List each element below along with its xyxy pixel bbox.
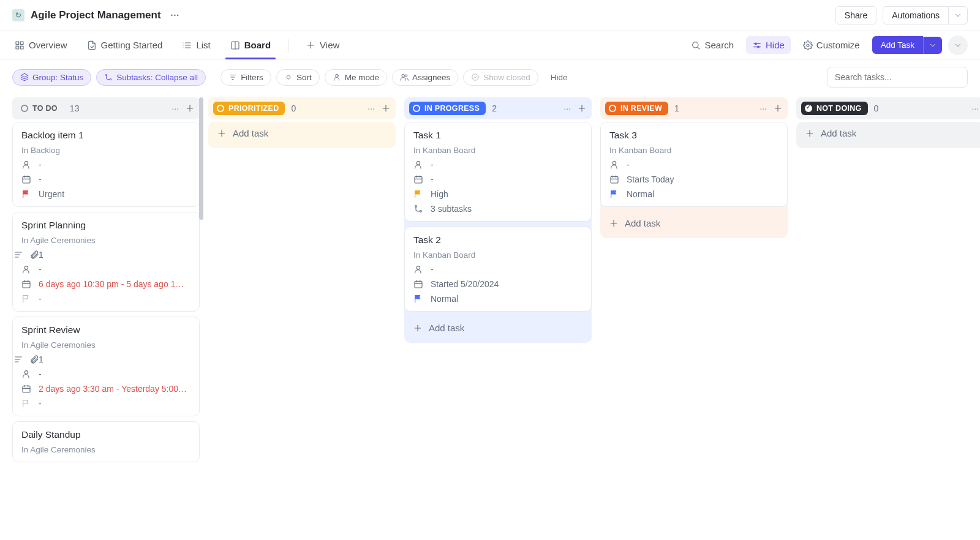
column-more-icon[interactable]: ··· bbox=[172, 103, 179, 113]
task-card[interactable]: Sprint PlanningIn Agile Ceremonies1-6 da… bbox=[12, 212, 200, 312]
svg-rect-68 bbox=[415, 281, 422, 288]
column-count: 0 bbox=[291, 103, 296, 113]
status-name: TO DO bbox=[32, 104, 58, 113]
row-text: - bbox=[39, 294, 42, 304]
svg-point-67 bbox=[417, 266, 420, 269]
view-tabs: Overview Getting Started List Board View… bbox=[0, 31, 980, 59]
cal-icon bbox=[21, 384, 31, 394]
task-card[interactable]: Task 1In Kanban Board--High3 subtasks bbox=[404, 122, 592, 222]
tabs-left: Overview Getting Started List Board View bbox=[12, 31, 342, 59]
label: Hide bbox=[766, 40, 785, 50]
column-more-icon[interactable]: ··· bbox=[564, 103, 571, 113]
flag-icon bbox=[21, 189, 31, 199]
chip-sort[interactable]: Sort bbox=[276, 69, 320, 86]
svg-rect-34 bbox=[23, 176, 30, 183]
column-add-icon[interactable] bbox=[185, 103, 195, 113]
automations-dropdown[interactable] bbox=[949, 6, 968, 24]
task-card[interactable]: Backlog item 1In Backlog--Urgent bbox=[12, 122, 200, 207]
status-pill[interactable]: IN PROGRESS bbox=[409, 102, 486, 115]
status-pill[interactable]: TO DO bbox=[17, 102, 64, 115]
scrollbar-thumb[interactable] bbox=[199, 97, 203, 220]
column-more-icon[interactable]: ··· bbox=[760, 103, 767, 113]
desc-attach-icon bbox=[21, 354, 31, 364]
header-more-icon[interactable]: ··· bbox=[167, 8, 184, 23]
column-more-icon[interactable]: ··· bbox=[368, 103, 375, 113]
chip-filters[interactable]: Filters bbox=[221, 69, 271, 86]
app-icon: ↻ bbox=[12, 9, 24, 21]
status-pill[interactable]: NOT DOING bbox=[801, 102, 868, 115]
column-add-icon[interactable] bbox=[381, 103, 391, 113]
search-input[interactable] bbox=[827, 67, 968, 88]
add-task-inline[interactable]: Add task bbox=[796, 122, 980, 144]
add-task-inline[interactable]: Add task bbox=[404, 317, 592, 339]
task-card[interactable]: Task 2In Kanban Board-Started 5/20/2024N… bbox=[404, 227, 592, 312]
search-button[interactable]: Search bbox=[685, 36, 740, 54]
customize-button[interactable]: Customize bbox=[797, 36, 866, 54]
card-row-user: - bbox=[413, 160, 582, 170]
automations-button[interactable]: Automations bbox=[883, 6, 949, 24]
column-not: NOT DOING0···Add task bbox=[796, 97, 980, 528]
chip-group[interactable]: Group: Status bbox=[12, 69, 91, 86]
chip-assignees[interactable]: Assignees bbox=[392, 69, 458, 86]
flag-icon bbox=[413, 189, 423, 199]
flag-icon bbox=[21, 294, 31, 304]
status-name: PRIORITIZED bbox=[228, 104, 279, 113]
row-text: - bbox=[39, 369, 42, 379]
svg-rect-3 bbox=[20, 46, 23, 49]
hide-toggle[interactable]: Hide bbox=[746, 36, 791, 54]
header-right: Share Automations bbox=[835, 6, 968, 24]
card-title: Task 2 bbox=[413, 234, 582, 246]
column-more-icon[interactable]: ··· bbox=[971, 103, 979, 113]
tab-getting-started[interactable]: Getting Started bbox=[85, 31, 165, 59]
status-name: IN PROGRESS bbox=[424, 104, 480, 113]
chip-me-mode[interactable]: Me mode bbox=[325, 69, 387, 86]
tabs-right: Search Hide Customize Add Task bbox=[685, 36, 968, 55]
share-button[interactable]: Share bbox=[835, 6, 876, 24]
tab-add-view[interactable]: View bbox=[303, 31, 342, 59]
filter-icon bbox=[228, 73, 237, 81]
svg-point-20 bbox=[807, 44, 809, 47]
column-add-icon[interactable] bbox=[577, 103, 587, 113]
flag-icon bbox=[609, 189, 619, 199]
column-add-icon[interactable] bbox=[773, 103, 783, 113]
chip-show-closed[interactable]: Show closed bbox=[463, 69, 538, 86]
svg-rect-2 bbox=[16, 46, 19, 49]
svg-point-76 bbox=[612, 162, 616, 165]
column-header: IN PROGRESS2··· bbox=[404, 97, 592, 119]
row-text: 6 days ago 10:30 pm - 5 days ago 1… bbox=[39, 279, 184, 289]
card-location: In Agile Ceremonies bbox=[21, 236, 190, 245]
task-card[interactable]: Sprint ReviewIn Agile Ceremonies1-2 days… bbox=[12, 317, 200, 416]
user-icon bbox=[333, 73, 341, 81]
tab-board[interactable]: Board bbox=[228, 31, 273, 59]
card-row-cal: - bbox=[21, 174, 190, 184]
card-row-flag: Normal bbox=[609, 189, 778, 199]
svg-point-41 bbox=[24, 266, 28, 269]
status-pill[interactable]: PRIORITIZED bbox=[213, 102, 285, 115]
tab-list[interactable]: List bbox=[179, 31, 213, 59]
column-prio: PRIORITIZED0···Add task bbox=[208, 97, 396, 528]
chip-label: Assignees bbox=[412, 73, 450, 82]
task-card[interactable]: Task 3In Kanban Board-Starts TodayNormal bbox=[600, 122, 788, 207]
column-header: IN REVIEW1··· bbox=[600, 97, 788, 119]
tab-overview[interactable]: Overview bbox=[12, 31, 70, 59]
column-header: NOT DOING0··· bbox=[796, 97, 980, 119]
chip-hide[interactable]: Hide bbox=[543, 70, 575, 85]
label: Add task bbox=[429, 323, 464, 333]
svg-rect-1 bbox=[20, 42, 23, 45]
chip-subtasks[interactable]: Subtasks: Collapse all bbox=[96, 69, 206, 86]
card-title: Task 1 bbox=[413, 130, 582, 141]
add-task-inline[interactable]: Add task bbox=[208, 122, 396, 144]
status-pill[interactable]: IN REVIEW bbox=[605, 102, 668, 115]
card-row-cal: Started 5/20/2024 bbox=[413, 279, 582, 289]
row-text: - bbox=[39, 160, 42, 170]
add-task-inline[interactable]: Add task bbox=[600, 212, 788, 234]
task-card[interactable]: Daily StandupIn Agile Ceremonies bbox=[12, 421, 200, 462]
status-dot-icon bbox=[217, 105, 224, 112]
label: Search bbox=[704, 40, 734, 50]
more-options-button[interactable] bbox=[948, 36, 968, 55]
card-row-cal: Starts Today bbox=[609, 174, 778, 184]
add-task-button[interactable]: Add Task bbox=[872, 36, 923, 54]
search-icon bbox=[691, 40, 701, 50]
card-location: In Agile Ceremonies bbox=[21, 340, 190, 350]
add-task-dropdown[interactable] bbox=[923, 37, 942, 54]
